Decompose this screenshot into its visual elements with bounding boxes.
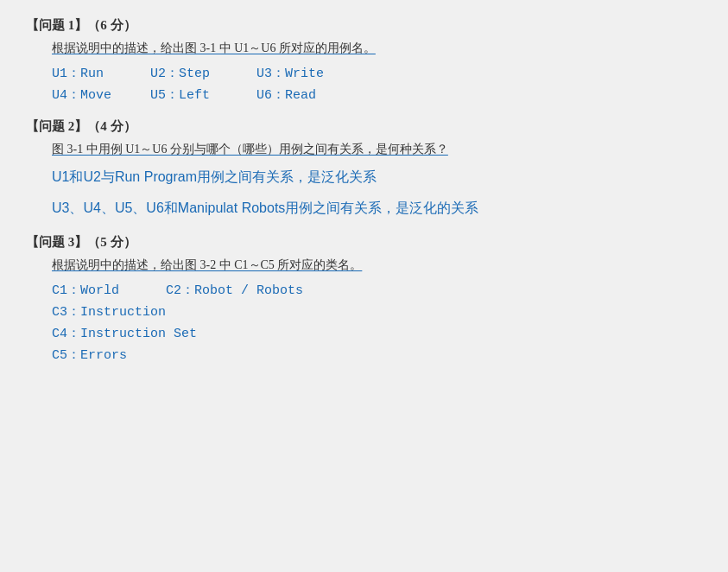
question-3-body: 根据说明中的描述，给出图 3-2 中 C1～C5 所对应的类名。 C1：Worl… (26, 257, 702, 363)
question-1-instruction: 根据说明中的描述，给出图 3-1 中 U1～U6 所对应的用例名。 (52, 41, 702, 56)
question-3-answer-1: C1：World C2：Robot / Robots (52, 282, 702, 298)
question-1-title: 【问题 1】（6 分） (26, 17, 136, 34)
question-2-answer-2: U3、U4、U5、U6和Manipulat Robots用例之间有关系，是泛化的… (52, 197, 702, 219)
question-2-title: 【问题 2】（4 分） (26, 118, 136, 135)
question-1-header: 【问题 1】（6 分） (26, 17, 702, 34)
question-1-block: 【问题 1】（6 分） 根据说明中的描述，给出图 3-1 中 U1～U6 所对应… (26, 17, 702, 103)
question-3-block: 【问题 3】（5 分） 根据说明中的描述，给出图 3-2 中 C1～C5 所对应… (26, 234, 702, 363)
question-3-answer-3: C4：Instruction Set (52, 325, 702, 341)
question-3-answer-4: C5：Errors (52, 346, 702, 363)
question-2-instruction: 图 3-1 中用例 U1～U6 分别与哪个（哪些）用例之间有关系，是何种关系？ (52, 142, 702, 157)
question-2-answer-1: U1和U2与Run Program用例之间有关系，是泛化关系 (52, 166, 702, 188)
question-1-body: 根据说明中的描述，给出图 3-1 中 U1～U6 所对应的用例名。 U1：Run… (26, 41, 702, 103)
question-3-instruction: 根据说明中的描述，给出图 3-2 中 C1～C5 所对应的类名。 (52, 257, 702, 273)
question-1-answer-1: U1：Run U2：Step U3：Write (52, 65, 702, 81)
page-content: 【问题 1】（6 分） 根据说明中的描述，给出图 3-1 中 U1～U6 所对应… (17, 9, 711, 387)
question-3-title: 【问题 3】（5 分） (26, 234, 136, 251)
question-3-answer-2: C3：Instruction (52, 303, 702, 320)
question-1-answer-2: U4：Move U5：Left U6：Read (52, 86, 702, 103)
question-2-header: 【问题 2】（4 分） (26, 118, 702, 135)
question-3-header: 【问题 3】（5 分） (26, 234, 702, 251)
question-2-body: 图 3-1 中用例 U1～U6 分别与哪个（哪些）用例之间有关系，是何种关系？ … (26, 142, 702, 219)
question-2-block: 【问题 2】（4 分） 图 3-1 中用例 U1～U6 分别与哪个（哪些）用例之… (26, 118, 702, 219)
